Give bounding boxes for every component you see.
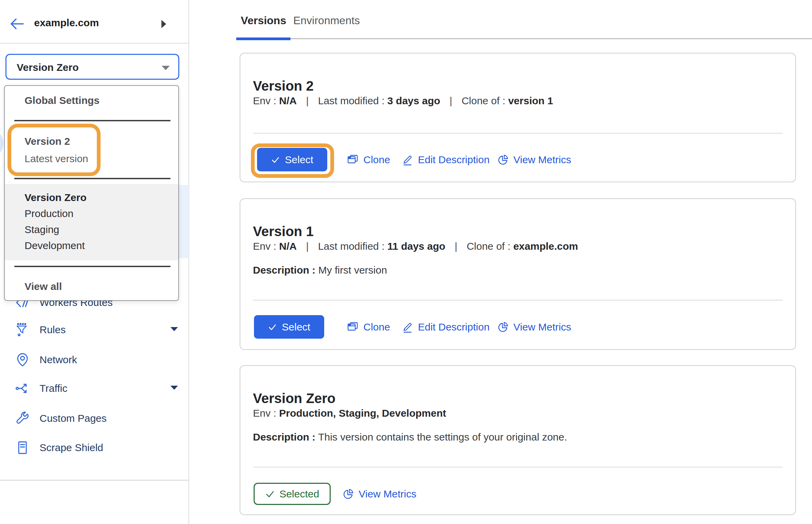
version-card-version-2: Version 2 Env : N/A | Last modified : 3 … [240, 53, 796, 182]
main-content: Versions Environments Version 2 Env : N/… [190, 0, 812, 524]
dropdown-env-production: Production [25, 205, 178, 221]
edit-description-button[interactable]: Edit Description [402, 148, 490, 172]
dropdown-version-2-subtitle: Latest version [25, 153, 88, 165]
dropdown-separator [14, 178, 170, 179]
dropdown-version-2-title: Version 2 [25, 136, 88, 147]
meta-separator: | [450, 95, 452, 106]
env-label: Env : [253, 95, 276, 106]
check-icon [265, 489, 275, 499]
meta-separator: | [306, 95, 309, 106]
check-icon [271, 155, 280, 164]
tab-bar-baseline [290, 38, 812, 39]
network-pin-icon [15, 352, 30, 367]
env-label: Env : [253, 241, 276, 252]
clone-of-value: example.com [513, 241, 578, 252]
clone-button[interactable]: Clone [347, 148, 390, 172]
env-value: N/A [279, 95, 297, 106]
dropdown-item-global-settings[interactable]: Global Settings [25, 95, 100, 106]
pencil-icon [402, 321, 413, 333]
clone-of-label: Clone of : [467, 241, 510, 252]
document-icon [15, 440, 30, 455]
check-icon [268, 323, 277, 332]
tab-versions[interactable]: Versions [236, 14, 291, 27]
description-label: Description : [253, 264, 315, 276]
clone-of-value: version 1 [508, 95, 553, 106]
view-metrics-button[interactable]: View Metrics [343, 482, 416, 506]
env-value: N/A [279, 241, 297, 252]
version-dropdown-panel: Global Settings Version 2 Latest version… [4, 85, 179, 301]
card-divider [253, 467, 783, 467]
version-card-title: Version 1 [253, 223, 314, 240]
card-divider [253, 300, 783, 300]
site-title: example.com [34, 17, 99, 29]
version-card-meta: Env : N/A | Last modified : 3 days ago |… [253, 95, 553, 107]
pie-chart-icon [497, 321, 509, 333]
expand-right-icon[interactable] [161, 19, 167, 30]
last-modified-value: 11 days ago [387, 241, 445, 252]
card-actions: Select Clone Edit Description View Metri… [253, 315, 783, 339]
selected-nav-highlight [179, 185, 189, 258]
pie-chart-icon [343, 488, 354, 500]
sidebar-item-network[interactable]: Network [0, 349, 189, 371]
traffic-icon [15, 381, 30, 396]
sidebar: example.com Version Zero Global Settings… [0, 0, 189, 524]
version-card-description: Description : My first version [253, 264, 387, 276]
selected-button[interactable]: Selected [254, 483, 331, 505]
view-metrics-button[interactable]: View Metrics [497, 148, 571, 172]
sidebar-item-custom-pages[interactable]: Custom Pages [0, 407, 189, 429]
clone-icon [347, 321, 359, 333]
version-card-meta: Env : Production, Staging, Development [253, 407, 446, 419]
card-actions: Select Clone Edit Description View Metri… [253, 148, 783, 172]
meta-separator: | [455, 241, 457, 252]
version-card-description: Description : This version contains the … [253, 431, 567, 443]
dropdown-env-development: Development [25, 237, 178, 253]
version-select-dropdown[interactable]: Version Zero [5, 54, 179, 80]
version-card-title: Version 2 [253, 78, 314, 94]
card-divider [253, 133, 783, 134]
card-actions: Selected View Metrics [253, 482, 783, 506]
dropdown-env-staging: Staging [25, 221, 178, 237]
select-button[interactable]: Select [257, 148, 327, 171]
dropdown-item-version-zero[interactable]: Version Zero Production Staging Developm… [5, 184, 178, 260]
chevron-down-icon [170, 385, 178, 391]
dropdown-item-version-2[interactable]: Version 2 Latest version [25, 136, 88, 165]
meta-separator: | [306, 241, 309, 252]
env-value: Production, Staging, Development [279, 407, 446, 419]
app-canvas: example.com Version Zero Global Settings… [0, 0, 812, 524]
sidebar-item-traffic[interactable]: Traffic [0, 377, 189, 399]
version-card-title: Version Zero [253, 390, 335, 406]
dropdown-item-view-all[interactable]: View all [25, 281, 62, 292]
last-modified-label: Last modified : [318, 95, 385, 106]
chevron-down-icon [161, 65, 170, 72]
last-modified-label: Last modified : [318, 241, 385, 252]
view-metrics-button[interactable]: View Metrics [497, 315, 571, 339]
version-card-version-zero: Version Zero Env : Production, Staging, … [240, 365, 796, 515]
dropdown-version-zero-title: Version Zero [25, 189, 178, 205]
sidebar-divider [0, 480, 189, 481]
version-card-meta: Env : N/A | Last modified : 11 days ago … [253, 241, 578, 252]
version-select-value: Version Zero [17, 62, 79, 73]
chevron-down-icon [170, 327, 178, 333]
rules-icon [15, 322, 30, 337]
tab-active-indicator [236, 37, 290, 40]
dropdown-separator [14, 266, 170, 267]
description-label: Description : [253, 431, 315, 443]
env-label: Env : [253, 407, 276, 419]
sidebar-item-scrape-shield[interactable]: Scrape Shield [0, 437, 189, 459]
selected-nav-highlight-arc [0, 128, 3, 158]
clone-icon [347, 154, 359, 166]
clone-of-label: Clone of : [462, 95, 505, 106]
last-modified-value: 3 days ago [387, 95, 440, 106]
description-value: This version contains the settings of yo… [318, 431, 567, 443]
pie-chart-icon [497, 154, 509, 166]
wrench-icon [15, 411, 30, 426]
sidebar-item-rules[interactable]: Rules [0, 319, 189, 341]
back-arrow-icon[interactable] [9, 17, 25, 32]
version-card-version-1: Version 1 Env : N/A | Last modified : 11… [240, 198, 796, 350]
clone-button[interactable]: Clone [347, 315, 390, 339]
pencil-icon [402, 154, 413, 166]
edit-description-button[interactable]: Edit Description [402, 315, 490, 339]
dropdown-separator [14, 120, 170, 121]
tab-environments[interactable]: Environments [292, 14, 361, 27]
select-button[interactable]: Select [254, 315, 324, 339]
